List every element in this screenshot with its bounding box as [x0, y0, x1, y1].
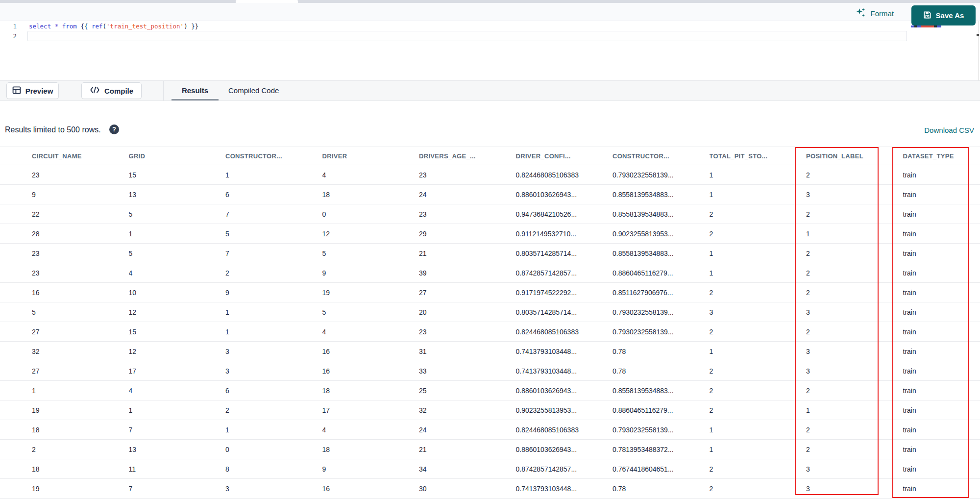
table-cell: 18 — [32, 465, 129, 473]
toolbar-divider — [163, 81, 164, 100]
results-table: CIRCUIT_NAMEGRIDCONSTRUCTOR...DRIVERDRIV… — [0, 147, 980, 500]
active-tab-underline — [172, 99, 219, 100]
table-cell: 7 — [129, 426, 226, 434]
table-cell: 0.7413793103448... — [516, 367, 613, 375]
table-cell: 0.9023255813953... — [516, 406, 613, 414]
save-as-button[interactable]: Save As — [911, 5, 976, 25]
table-cell: 19 — [32, 406, 129, 414]
table-cell: 1 — [806, 230, 903, 238]
preview-label: Preview — [25, 87, 53, 95]
table-cell: train — [903, 269, 980, 277]
table-cell: 11 — [129, 465, 226, 473]
table-cell: 3 — [806, 485, 903, 493]
table-cell: 1 — [710, 191, 807, 199]
table-row: 231514230.8244680851063830.7930232558139… — [0, 165, 980, 185]
table-cell: 9 — [225, 289, 322, 297]
column-header: CONSTRUCTOR... — [612, 152, 710, 160]
table-cell: 3 — [806, 465, 903, 473]
format-button[interactable]: Format — [856, 7, 894, 20]
table-cell: train — [903, 308, 980, 316]
compile-button[interactable]: Compile — [81, 82, 142, 99]
table-cell: 5 — [322, 250, 419, 257]
editor-header-bar: Format Save As — [0, 3, 980, 21]
table-cell: 1 — [32, 387, 129, 395]
table-cell: 2 — [806, 446, 903, 453]
tab-results[interactable]: Results — [172, 81, 219, 100]
table-row: 281512290.9112149532710...0.902325581395… — [0, 224, 980, 244]
table-cell: 1 — [710, 446, 807, 453]
table-cell: 0.7413793103448... — [516, 485, 613, 493]
table-cell: 2 — [806, 426, 903, 434]
table-cell: 0.8860465116279... — [612, 269, 710, 277]
column-header: DRIVER — [322, 152, 419, 160]
table-cell: 10 — [129, 289, 226, 297]
table-cell: 4 — [129, 269, 226, 277]
table-cell: 19 — [32, 485, 129, 493]
table-row: 913618240.8860103626943...0.855813953488… — [0, 185, 980, 204]
table-cell: 0.7930232558139... — [612, 308, 710, 316]
table-cell: 28 — [32, 230, 129, 238]
table-cell: 8 — [225, 465, 322, 473]
table-row: 213018210.8860103626943...0.781395348837… — [0, 440, 980, 459]
table-cell: 2 — [806, 328, 903, 336]
table-cell: 5 — [129, 210, 226, 218]
table-cell: 15 — [129, 328, 226, 336]
table-cell: 0.78 — [612, 485, 710, 493]
table-cell: 5 — [129, 250, 226, 257]
table-row: 3212316310.7413793103448...0.7813train — [0, 342, 980, 361]
table-cell: 30 — [419, 485, 516, 493]
scrollbar-marker — [977, 34, 979, 36]
table-cell: 2 — [806, 171, 903, 179]
table-cell: 2 — [806, 250, 903, 257]
table-cell: 18 — [322, 446, 419, 453]
table-cell: train — [903, 465, 980, 473]
table-cell: 1 — [225, 308, 322, 316]
table-cell: 0.7413793103448... — [516, 348, 613, 355]
column-header: DATASET_TYPE — [903, 152, 980, 160]
table-cell: 2 — [32, 446, 129, 453]
column-header: TOTAL_PIT_STO... — [710, 152, 807, 160]
table-cell: 1 — [129, 230, 226, 238]
sql-code-editor[interactable]: 1 2 select * from {{ ref('train_test_pos… — [0, 21, 980, 80]
table-cell: 0.7813953488372... — [612, 446, 710, 453]
table-cell: 6 — [225, 387, 322, 395]
table-cell: 3 — [806, 191, 903, 199]
table-cell: 32 — [32, 348, 129, 355]
table-row: 271514230.8244680851063830.7930232558139… — [0, 322, 980, 342]
table-row: 23575210.8035714285714...0.8558139534883… — [0, 244, 980, 263]
table-cell: 1 — [710, 348, 807, 355]
table-cell: 7 — [225, 250, 322, 257]
table-cell: 1 — [710, 269, 807, 277]
table-cell: 0.9023255813953... — [612, 230, 710, 238]
table-cell: 0.9473684210526... — [516, 210, 613, 218]
table-cell: 9 — [322, 269, 419, 277]
table-cell: 0 — [322, 210, 419, 218]
table-cell: train — [903, 485, 980, 493]
preview-button[interactable]: Preview — [6, 82, 59, 99]
table-row: 2717316330.7413793103448...0.7823train — [0, 361, 980, 381]
code-token: 'train_test_position' — [106, 23, 184, 30]
table-cell: 0.8558139534883... — [612, 250, 710, 257]
editor-minimap[interactable] — [909, 21, 978, 80]
table-cell: 3 — [225, 485, 322, 493]
table-cell: 5 — [32, 308, 129, 316]
table-cell: 27 — [32, 328, 129, 336]
table-cell: 0.7674418604651... — [612, 465, 710, 473]
code-token: from — [62, 23, 77, 30]
table-cell: 3 — [806, 348, 903, 355]
table-cell: 0.8860103626943... — [516, 191, 613, 199]
table-cell: train — [903, 171, 980, 179]
table-cell: 0.824468085106383 — [516, 171, 613, 179]
code-token: {{ — [80, 23, 88, 30]
table-cell: 13 — [129, 446, 226, 453]
table-cell: 2 — [806, 269, 903, 277]
editor-scrollbar[interactable] — [978, 21, 979, 80]
table-cell: 4 — [322, 171, 419, 179]
table-cell: 3 — [225, 348, 322, 355]
results-limit-text: Results limited to 500 rows. — [5, 125, 101, 134]
table-cell: train — [903, 191, 980, 199]
download-csv-link[interactable]: Download CSV — [924, 126, 974, 134]
tab-compiled-code[interactable]: Compiled Code — [228, 81, 279, 100]
help-icon[interactable]: ? — [109, 125, 119, 134]
active-line-input[interactable] — [27, 31, 907, 41]
